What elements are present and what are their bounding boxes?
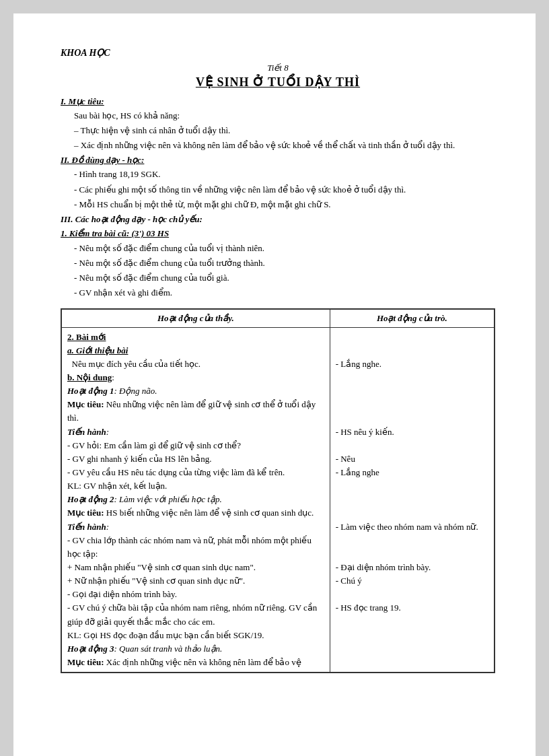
section-III-heading-text: III. Các hoạt động dạy - học chủ yếu: bbox=[61, 214, 203, 224]
section-III-sub1-heading: 1. Kiểm tra bài cũ: (3') 03 HS bbox=[61, 227, 495, 240]
table-header-teacher: Hoạt động của thầy. bbox=[62, 309, 330, 327]
section-I-item-1: – Thực hiện vệ sinh cá nhân ở tuổi dậy t… bbox=[61, 124, 495, 137]
section-II-heading-text: II. Đồ dùng dạy - học: bbox=[61, 155, 144, 165]
section-I-item-2: – Xác định những việc nên và không nên l… bbox=[61, 139, 495, 152]
student-hs-doc: - HS đọc trang 19. bbox=[336, 601, 488, 615]
muc-tieu-2: Mục tiêu: HS biết những việc nên làm để … bbox=[67, 506, 324, 520]
noi-dung: b. Nội dung: bbox=[67, 371, 324, 384]
student-space-8 bbox=[336, 479, 488, 493]
section-III-heading: III. Các hoạt động dạy - học chủ yếu: bbox=[61, 214, 495, 225]
section-II: II. Đồ dùng dạy - học: - Hình trang 18,1… bbox=[61, 155, 495, 211]
gioi-thieu-bai: a. Giới thiệu bài bbox=[67, 344, 324, 357]
student-neu: - Nêu bbox=[336, 452, 488, 466]
hoat-dong-3-heading: Hoạt động 3: Quan sát tranh và thảo luận… bbox=[67, 642, 324, 656]
kl-1: KL: GV nhận xét, kết luận. bbox=[67, 479, 324, 493]
section-I-heading: I. Mục tiêu: bbox=[61, 96, 495, 107]
student-space-1 bbox=[336, 331, 488, 344]
main-title: VỆ SINH Ở TUỔI DẬY THÌ bbox=[61, 75, 495, 90]
tien-hanh-2: Tiến hành: bbox=[67, 520, 324, 534]
student-space-7 bbox=[336, 439, 488, 452]
student-lam-viec: - Làm việc theo nhóm nam và nhóm nữ. bbox=[336, 520, 488, 534]
section-II-item-1: - Hình trang 18,19 SGK. bbox=[61, 168, 495, 181]
kiemtra-heading: 1. Kiểm tra bài cũ: (3') 03 HS bbox=[61, 228, 169, 238]
table-row: 2. Bài mới a. Giới thiệu bài Nêu mục đíc… bbox=[62, 327, 495, 673]
kiemtra-item-3: - Nêu một số đặc điểm chung của tuổi già… bbox=[61, 271, 495, 285]
neu-muc-dich: Nêu mục đích yêu cầu của tiết học. bbox=[67, 357, 324, 371]
gv-chia-lop: - GV chia lớp thành các nhóm nam và nữ, … bbox=[67, 534, 324, 561]
student-space-12 bbox=[336, 547, 488, 561]
muc-tieu-1: Mục tiêu: Nêu những việc nên làm để giữ … bbox=[67, 398, 324, 425]
student-space-2 bbox=[336, 344, 488, 357]
student-col: - Lắng nghe. - HS nêu ý kiến. - Nêu - Lắ… bbox=[330, 327, 494, 673]
bai-moi: 2. Bài mới bbox=[67, 331, 324, 344]
student-space-3 bbox=[336, 371, 488, 384]
student-space-4 bbox=[336, 384, 488, 398]
lesson-title-line: Tiết 8 bbox=[61, 63, 495, 73]
teacher-col: 2. Bài mới a. Giới thiệu bài Nêu mục đíc… bbox=[62, 327, 330, 673]
section-I-intro: Sau bài học, HS có khả năng: bbox=[61, 109, 495, 123]
student-space-13 bbox=[336, 588, 488, 601]
page: KHOA HỌC Tiết 8 VỆ SINH Ở TUỔI DẬY THÌ I… bbox=[13, 13, 536, 756]
student-space-9 bbox=[336, 493, 488, 506]
tiet-label: Tiết 8 bbox=[267, 63, 289, 73]
section-II-item-2: - Các phiếu ghi một số thông tin về nhữn… bbox=[61, 183, 495, 197]
section-II-item-3: - Mỗi HS chuẩn bị một thẻ từ, một mặt gh… bbox=[61, 198, 495, 211]
gv-yeu-cau: - GV yêu cầu HS nêu tác dụng của từng vi… bbox=[67, 466, 324, 479]
gv-hoi: - GV hỏi: Em cần làm gì để giữ vệ sinh c… bbox=[67, 439, 324, 452]
student-space-11 bbox=[336, 534, 488, 547]
student-dai-dien: - Đại diện nhóm trình bày. bbox=[336, 561, 488, 574]
goi-dai-dien: - Gọi đại diện nhóm trình bày. bbox=[67, 588, 324, 601]
subject-header: KHOA HỌC bbox=[61, 47, 495, 59]
gv-ghi: - GV ghi nhanh ý kiến của HS lên bảng. bbox=[67, 452, 324, 466]
muc-tieu-3: Mục tiêu: Xác định những việc nên và khô… bbox=[67, 656, 324, 669]
student-lang-nghe-2: - Lắng nghe bbox=[336, 466, 488, 479]
student-hs-neu: - HS nêu ý kiến. bbox=[336, 425, 488, 439]
student-lang-nghe-1: - Lắng nghe. bbox=[336, 357, 488, 371]
hoat-dong-1-heading: Hoạt động 1: Động não. bbox=[67, 384, 324, 398]
hoat-dong-2-heading: Hoạt động 2: Làm việc với phiếu học tập. bbox=[67, 493, 324, 506]
nam-phieu: + Nam nhận phiếu "Vệ sinh cơ quan sinh d… bbox=[67, 561, 324, 574]
student-chu-y: - Chú ý bbox=[336, 574, 488, 588]
section-III: III. Các hoạt động dạy - học chủ yếu: 1.… bbox=[61, 214, 495, 300]
student-space-6 bbox=[336, 411, 488, 425]
gv-chu-y: - GV chú ý chữa bài tập của nhóm nam riê… bbox=[67, 601, 324, 628]
kiemtra-item-1: - Nêu một số đặc điểm chung của tuổi vị … bbox=[61, 242, 495, 255]
activity-table: Hoạt động của thầy. Hoạt động của trò. 2… bbox=[61, 308, 495, 674]
student-space-10 bbox=[336, 506, 488, 520]
section-I-heading-text: I. Mục tiêu: bbox=[61, 96, 104, 106]
section-I: I. Mục tiêu: Sau bài học, HS có khả năng… bbox=[61, 96, 495, 152]
nu-phieu: + Nữ nhận phiếu "Vệ sinh cơ quan sinh dụ… bbox=[67, 574, 324, 588]
kiemtra-item-2: - Nêu một số đặc điểm chung của tuổi trư… bbox=[61, 256, 495, 270]
student-space-15 bbox=[336, 629, 488, 642]
student-space-14 bbox=[336, 615, 488, 629]
kl-2: KL: Gọi HS đọc đoạn đầu mục bạn cần biết… bbox=[67, 629, 324, 642]
tien-hanh-1: Tiến hành: bbox=[67, 425, 324, 439]
student-space-5 bbox=[336, 398, 488, 411]
table-header-student: Hoạt động của trò. bbox=[330, 309, 494, 327]
kiemtra-item-4: - GV nhận xét và ghi điểm. bbox=[61, 286, 495, 300]
section-II-heading: II. Đồ dùng dạy - học: bbox=[61, 155, 495, 166]
